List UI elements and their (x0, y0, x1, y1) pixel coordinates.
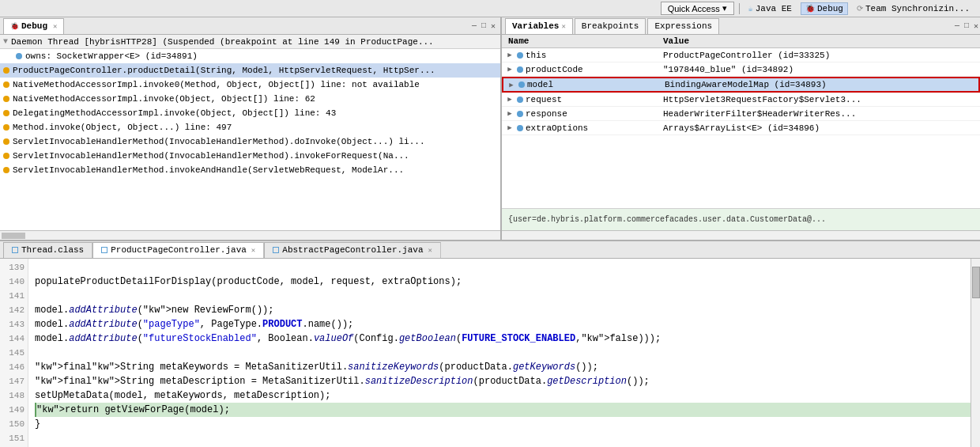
editor-tab-close-2[interactable]: ✕ (428, 246, 432, 255)
chevron-down-icon: ▾ (722, 3, 727, 13)
editor-tab-2[interactable]: AbstractPageController.java ✕ (264, 242, 441, 258)
var-value-cell-0: ProductPageController (id=33325) (660, 49, 980, 62)
model-preview-text: {user=de.hybris.platform.commercefacades… (508, 215, 826, 224)
vars-close-icon[interactable]: ✕ (972, 21, 980, 32)
close-panel-icon[interactable]: ✕ (489, 21, 497, 32)
editor-scroll-thumb[interactable] (972, 267, 980, 298)
stack-item-0[interactable]: owns: SocketWrapper<E> (id=34891) (0, 49, 500, 63)
bottom-scroll-bar[interactable] (0, 230, 500, 240)
var-name-text-2: model (527, 80, 553, 89)
var-row-1[interactable]: ▶productCode"1978440_blue" (id=34892) (502, 63, 980, 77)
vars-maximize-icon[interactable]: □ (963, 21, 971, 31)
variables-tab-close[interactable]: ✕ (561, 22, 565, 31)
editor-tab-icon-0 (12, 247, 18, 253)
code-line-142: model.addAttribute("kw">new ReviewForm()… (35, 303, 971, 317)
var-expand-icon-1[interactable]: ▶ (505, 65, 514, 74)
expressions-tab-label: Expressions (654, 21, 712, 31)
var-row-2[interactable]: ▶modelBindingAwareModelMap (id=34893) (502, 77, 980, 93)
top-bar: Quick Access ▾ ☕ Java EE 🐞 Debug ⟳ Team … (0, 0, 980, 17)
line-num-144: 144 (0, 331, 24, 346)
variables-panel: Variables ✕ Breakpoints Expressions — □ … (502, 17, 980, 240)
vars-minimize-icon[interactable]: — (953, 21, 961, 31)
var-row-0[interactable]: ▶thisProductPageController (id=33325) (502, 48, 980, 63)
team-sync-icon: ⟳ (857, 4, 863, 13)
vars-header: Name Value (502, 35, 980, 48)
debug-label: Debug (817, 4, 843, 13)
stack-item-3[interactable]: NativeMethodAccessorImpl.invoke(Object, … (0, 92, 500, 106)
var-name-cell-4: ▶response (502, 108, 660, 120)
minimize-icon[interactable]: — (470, 21, 478, 31)
var-bullet-2 (518, 81, 525, 88)
stack-item-text-6: ServletInvocableHandlerMethod(InvocableH… (13, 137, 425, 146)
debug-tab[interactable]: 🐞 Debug (801, 2, 848, 15)
debug-tab-label: Debug (21, 21, 47, 31)
var-expand-icon-4[interactable]: ▶ (505, 109, 514, 119)
editor-tab-0[interactable]: Thread.class (3, 242, 92, 258)
var-row-4[interactable]: ▶responseHeaderWriterFilter$HeaderWriter… (502, 107, 980, 121)
stack-item-5[interactable]: Method.invoke(Object, Object...) line: 4… (0, 120, 500, 134)
team-sync-tab[interactable]: ⟳ Team Synchronizin... (853, 3, 974, 14)
stack-item-2[interactable]: NativeMethodAccessorImpl.invoke0(Method,… (0, 78, 500, 92)
code-line-145 (35, 346, 971, 360)
line-num-142: 142 (0, 303, 24, 317)
quick-access-button[interactable]: Quick Access ▾ (661, 2, 734, 15)
var-row-5[interactable]: ▶extraOptionsArrays$ArrayList<E> (id=348… (502, 121, 980, 135)
debug-tab-close[interactable]: ✕ (53, 22, 57, 31)
java-ee-tab[interactable]: ☕ Java EE (744, 3, 796, 14)
editor-tab-1[interactable]: ProductPageController.java ✕ (92, 242, 264, 258)
var-value-cell-3: HttpServlet3RequestFactory$Servlet3... (660, 93, 980, 106)
line-num-140: 140 (0, 275, 24, 289)
java-ee-label: Java EE (756, 4, 792, 13)
editor-tab-label-1: ProductPageController.java (111, 245, 247, 255)
breakpoints-tab[interactable]: Breakpoints (575, 18, 646, 34)
stack-item-8[interactable]: ServletInvocableHandlerMethod.invokeAndH… (0, 163, 500, 177)
editor-tab-icon-1 (101, 247, 107, 253)
stack-item-text-5: Method.invoke(Object, Object...) line: 4… (13, 123, 232, 132)
stack-item-text-4: DelegatingMethodAccessorImpl.invoke(Obje… (13, 108, 336, 118)
var-bullet-3 (517, 97, 523, 103)
variables-table: ▶thisProductPageController (id=33325)▶pr… (502, 48, 980, 208)
var-name-text-0: this (526, 51, 546, 60)
stack-item-6[interactable]: ServletInvocableHandlerMethod(InvocableH… (0, 134, 500, 149)
var-expand-icon-5[interactable]: ▶ (505, 123, 514, 133)
h-scroll-thumb[interactable] (2, 233, 25, 239)
stack-item-1[interactable]: ProductPageController.productDetail(Stri… (0, 63, 500, 78)
code-line-141 (35, 289, 971, 303)
editor-tab-close-1[interactable]: ✕ (251, 246, 255, 255)
line-num-147: 147 (0, 374, 24, 388)
expressions-tab[interactable]: Expressions (647, 18, 719, 34)
code-line-139 (35, 260, 971, 275)
line-num-143: 143 (0, 317, 24, 331)
var-bullet-1 (517, 66, 523, 73)
vars-h-scrollbar[interactable] (502, 230, 980, 240)
code-lines: populateProductDetailForDisplay(productC… (28, 259, 971, 447)
var-value-cell-4: HeaderWriterFilter$HeaderWriterRes... (660, 108, 980, 120)
quick-access-label: Quick Access (668, 4, 720, 13)
debug-toolbar: — □ ✕ (467, 21, 500, 32)
line-num-145: 145 (0, 346, 24, 360)
var-expand-icon-0[interactable]: ▶ (505, 51, 514, 60)
vars-tab-bar: Variables ✕ Breakpoints Expressions — □ … (502, 17, 980, 35)
line-num-150: 150 (0, 417, 24, 431)
var-name-cell-2: ▶model (503, 78, 662, 91)
thread-expand-icon[interactable]: ▼ (3, 37, 8, 46)
debug-panel: 🐞 Debug ✕ — □ ✕ ▼ Daemon Thread [hybrisH… (0, 17, 502, 240)
debug-tab-item[interactable]: 🐞 Debug ✕ (3, 18, 64, 34)
var-name-text-4: response (526, 109, 567, 119)
variables-tab[interactable]: Variables ✕ (505, 18, 573, 34)
stack-item-4[interactable]: DelegatingMethodAccessorImpl.invoke(Obje… (0, 106, 500, 120)
var-expand-icon-2[interactable]: ▶ (507, 80, 516, 89)
stack-item-7[interactable]: ServletInvocableHandlerMethod(InvocableH… (0, 149, 500, 163)
var-row-3[interactable]: ▶requestHttpServlet3RequestFactory$Servl… (502, 93, 980, 107)
var-bullet-5 (517, 125, 523, 131)
var-expand-icon-3[interactable]: ▶ (505, 95, 514, 104)
editor-v-scrollbar[interactable] (971, 259, 980, 447)
code-line-143: model.addAttribute("pageType", PageType.… (35, 317, 971, 331)
var-name-cell-1: ▶productCode (502, 63, 660, 76)
maximize-icon[interactable]: □ (480, 21, 488, 31)
var-name-cell-3: ▶request (502, 93, 660, 106)
var-value-cell-5: Arrays$ArrayList<E> (id=34896) (660, 122, 980, 134)
thread-label: Daemon Thread [hybrisHTTP28] (Suspended … (11, 37, 434, 47)
debug-tab-bar: 🐞 Debug ✕ — □ ✕ (0, 17, 500, 35)
code-line-140: populateProductDetailForDisplay(productC… (35, 275, 971, 289)
